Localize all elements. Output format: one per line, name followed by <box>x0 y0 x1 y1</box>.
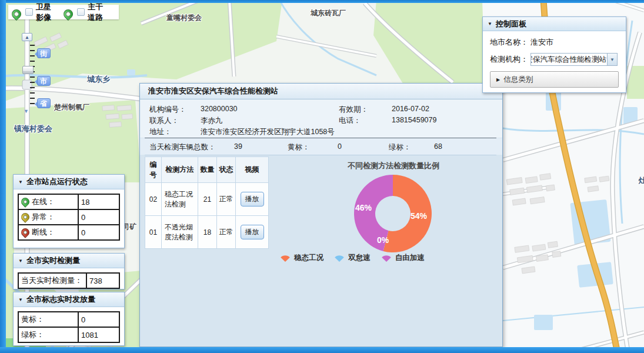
abnormal-label: 异常： <box>32 212 55 222</box>
app-window: 童嘴村委会 城东砖瓦厂 城东乡 楚州制氧厂 镇海村委会 公司矿 灶 卫星影像 主… <box>0 0 644 353</box>
address-label: 地址： <box>149 127 172 137</box>
realtime-title: 全市实时检测量 <box>26 255 80 266</box>
zoom-in-button[interactable]: ▲ <box>22 33 32 41</box>
row-status: 正常 <box>217 216 236 249</box>
online-label: 在线： <box>32 197 55 207</box>
map-label-zao: 灶 <box>639 175 644 186</box>
window-frame-left <box>0 0 6 353</box>
layer-toolbar: 卫星影像 主干道路 <box>8 5 119 19</box>
realtime-label: 当天实时检测量： <box>18 273 86 288</box>
expand-arrow-icon: ▶ <box>496 77 500 82</box>
org-no-label: 机构编号： <box>149 105 186 115</box>
realtime-table: 当天实时检测量： 738 <box>18 272 120 289</box>
col-header-count: 数量 <box>198 157 217 183</box>
table-row: 01 不透光烟度法检测 18 正常 播放 <box>145 216 269 249</box>
abnormal-value: 0 <box>78 209 119 225</box>
control-panel-title: 控制面板 <box>496 19 526 29</box>
row-method: 稳态工况法检测 <box>162 183 198 216</box>
window-frame-top <box>0 0 644 3</box>
org-select-value: 安保汽车综合性能检测站 <box>531 54 607 65</box>
detection-table: 编号 检测方法 数量 状态 视频 02 稳态工况法检测 21 正常 播放 01 … <box>145 156 269 249</box>
play-video-button[interactable]: 播放 <box>241 192 264 207</box>
slice-label-54: 54% <box>406 211 432 221</box>
yellow-flag-label: 黄标： <box>18 312 78 327</box>
zoom-level-province[interactable]: 省 <box>37 98 51 108</box>
green-stat-value: 68 <box>434 142 442 151</box>
roads-pin-icon <box>62 7 75 21</box>
phone-label: 电话： <box>339 116 361 126</box>
online-pin-icon <box>19 196 31 208</box>
green-flag-value: 1081 <box>78 327 119 342</box>
contact-value: 李赤九 <box>201 116 223 126</box>
offline-label: 断线： <box>32 227 55 238</box>
online-value: 18 <box>78 194 119 209</box>
legend-item-steady: 稳态工况 <box>279 253 323 263</box>
offline-pin-icon <box>19 227 31 238</box>
table-row: 在线： 18 <box>18 194 119 209</box>
legend-label: 稳态工况 <box>294 253 323 263</box>
station-status-table: 在线： 18 异常： 0 断线： 0 <box>18 194 120 241</box>
fan-marker-icon <box>333 254 346 262</box>
city-label: 地市名称： <box>490 37 528 48</box>
realtime-panel: ▼ 全市实时检测量 当天实时检测量： 738 <box>13 253 125 289</box>
zoom-level-city[interactable]: 市 <box>37 76 51 86</box>
col-header-status: 状态 <box>217 157 236 183</box>
zoom-out-button[interactable]: ▼ <box>24 108 29 114</box>
control-panel-header[interactable]: ▼ 控制面板 <box>483 17 626 31</box>
legend-item-dual-idle: 双怠速 <box>333 253 371 263</box>
map-label-chengdongxiang: 城东乡 <box>87 74 110 85</box>
zoom-scale-ticks <box>30 45 35 108</box>
offline-value: 0 <box>78 225 119 240</box>
row-status: 正常 <box>217 183 236 216</box>
divider <box>145 155 496 155</box>
station-status-header[interactable]: ▼ 全市站点运行状态 <box>14 175 124 189</box>
col-header-no: 编号 <box>145 157 162 183</box>
flags-table: 黄标： 0 绿标： 1081 <box>18 311 120 343</box>
roads-label: 主干道路 <box>88 2 109 23</box>
contact-label: 联系人： <box>149 116 179 126</box>
legend-label: 自由加速 <box>395 253 425 263</box>
popup-title: 淮安市淮安区安保汽车综合性能检测站 <box>140 84 502 99</box>
green-stat-label: 绿标： <box>389 142 411 152</box>
col-header-video: 视频 <box>236 157 269 183</box>
realtime-header[interactable]: ▼ 全市实时检测量 <box>14 254 124 268</box>
control-panel: ▼ 控制面板 地市名称： 淮安市 检测机构： 安保汽车综合性能检测站 ▼ ▶ 信… <box>482 16 626 93</box>
play-video-button[interactable]: 播放 <box>241 225 264 239</box>
flags-panel: ▼ 全市标志实时发放量 黄标： 0 绿标： 1081 <box>13 292 125 346</box>
roads-checkbox[interactable] <box>77 8 85 16</box>
table-row: 异常： 0 <box>18 209 119 225</box>
phone-value: 13815459079 <box>392 116 436 124</box>
fan-marker-icon <box>380 254 393 262</box>
station-status-panel: ▼ 全市站点运行状态 在线： 18 异常： 0 断线： 0 <box>13 174 125 248</box>
info-category-label: 信息类别 <box>503 75 533 85</box>
collapse-arrow-icon: ▼ <box>18 179 23 185</box>
slice-label-46: 46% <box>351 203 376 212</box>
station-status-title: 全市站点运行状态 <box>26 176 88 187</box>
yellow-stat-label: 黄标： <box>288 142 310 152</box>
zoom-level-street[interactable]: 街 <box>37 48 51 58</box>
abnormal-pin-icon <box>19 211 31 223</box>
address-value: 淮安市淮安区经济开发区翔宇大道1058号 <box>201 127 335 137</box>
satellite-checkbox[interactable] <box>25 8 33 16</box>
chevron-down-icon[interactable]: ▼ <box>607 54 617 65</box>
valid-label: 有效期： <box>339 105 368 115</box>
slice-label-0: 0% <box>370 235 396 245</box>
org-select[interactable]: 安保汽车综合性能检测站 ▼ <box>530 53 618 66</box>
station-info-popup: 淮安市淮安区安保汽车综合性能检测站 机构编号： 320800030 有效期： 2… <box>139 83 503 347</box>
info-category-bar[interactable]: ▶ 信息类别 <box>490 71 619 88</box>
collapse-arrow-icon: ▼ <box>18 258 23 264</box>
table-row: 02 稳态工况法检测 21 正常 播放 <box>145 183 269 216</box>
satellite-label: 卫星影像 <box>36 2 58 23</box>
row-no: 01 <box>145 216 162 249</box>
zoom-slider-handle[interactable] <box>22 66 34 74</box>
map-label-zhenhai: 镇海村委会 <box>14 124 52 134</box>
flags-header[interactable]: ▼ 全市标志实时发放量 <box>14 292 124 307</box>
legend-item-free-accel: 自由加速 <box>380 253 425 263</box>
table-row: 绿标： 1081 <box>18 327 119 342</box>
yellow-stat-value: 0 <box>338 142 342 151</box>
chart-legend: 稳态工况 双怠速 自由加速 <box>234 253 469 263</box>
yellow-flag-value: 0 <box>78 312 119 327</box>
collapse-arrow-icon: ▼ <box>488 21 492 26</box>
total-label: 当天检测车辆总数： <box>149 142 216 152</box>
satellite-pin-icon <box>10 7 24 21</box>
